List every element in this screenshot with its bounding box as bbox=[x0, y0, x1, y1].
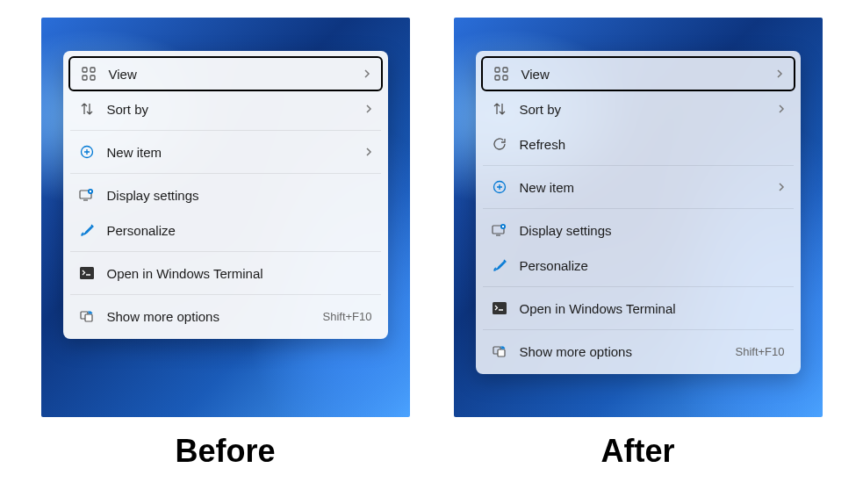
menu-separator bbox=[70, 294, 381, 295]
menu-item-label: Display settings bbox=[107, 188, 372, 203]
menu-item-shortcut: Shift+F10 bbox=[322, 310, 371, 323]
display-gear-icon bbox=[79, 187, 95, 203]
svg-rect-3 bbox=[90, 76, 95, 80]
chevron-right-icon bbox=[778, 104, 785, 114]
chevron-right-icon bbox=[363, 68, 370, 79]
chevron-right-icon bbox=[778, 182, 785, 192]
svg-rect-14 bbox=[503, 76, 507, 80]
watermark-house-icon bbox=[777, 479, 798, 497]
refresh-icon bbox=[492, 136, 507, 152]
menu-item-show-more-options[interactable]: Show more optionsShift+F10 bbox=[481, 334, 795, 369]
context-menu-after: ViewSort byRefreshNew itemDisplay settin… bbox=[476, 51, 801, 374]
menu-item-view[interactable]: View bbox=[68, 56, 383, 91]
menu-item-display-settings[interactable]: Display settings bbox=[481, 212, 795, 248]
menu-separator bbox=[70, 173, 381, 174]
menu-separator bbox=[483, 165, 794, 166]
menu-item-label: Sort by bbox=[520, 102, 778, 117]
menu-item-sort-by[interactable]: Sort by bbox=[68, 91, 383, 126]
plus-circle-icon bbox=[79, 144, 95, 160]
menu-item-label: New item bbox=[520, 180, 778, 195]
menu-item-show-more-options[interactable]: Show more optionsShift+F10 bbox=[68, 299, 383, 334]
brush-icon bbox=[79, 222, 95, 238]
menu-item-label: View bbox=[109, 67, 363, 82]
menu-item-open-in-windows-terminal[interactable]: Open in Windows Terminal bbox=[481, 291, 795, 326]
menu-separator bbox=[483, 329, 794, 330]
before-panel: ViewSort byNew itemDisplay settingsPerso… bbox=[41, 18, 410, 470]
terminal-icon bbox=[492, 300, 507, 316]
svg-rect-2 bbox=[83, 76, 87, 80]
menu-item-refresh[interactable]: Refresh bbox=[481, 126, 795, 162]
menu-item-label: Show more options bbox=[107, 309, 323, 324]
menu-item-label: Open in Windows Terminal bbox=[520, 301, 785, 316]
svg-rect-13 bbox=[495, 76, 500, 80]
chevron-right-icon bbox=[365, 147, 372, 157]
menu-item-personalize[interactable]: Personalize bbox=[68, 212, 383, 248]
comparison-container: ViewSort byNew itemDisplay settingsPerso… bbox=[0, 0, 863, 487]
menu-item-label: View bbox=[521, 67, 776, 82]
before-caption: Before bbox=[175, 433, 275, 470]
menu-item-label: Personalize bbox=[107, 223, 372, 238]
chevron-right-icon bbox=[365, 104, 372, 114]
menu-item-label: Show more options bbox=[520, 344, 736, 359]
menu-item-new-item[interactable]: New item bbox=[481, 169, 795, 205]
menu-item-label: Refresh bbox=[520, 137, 785, 152]
desktop-wallpaper-before: ViewSort byNew itemDisplay settingsPerso… bbox=[41, 18, 410, 417]
context-menu-before: ViewSort byNew itemDisplay settingsPerso… bbox=[63, 51, 388, 339]
desktop-wallpaper-after: ViewSort byRefreshNew itemDisplay settin… bbox=[454, 18, 823, 417]
svg-point-7 bbox=[89, 191, 90, 192]
more-options-icon bbox=[492, 343, 507, 359]
svg-rect-0 bbox=[83, 68, 87, 72]
watermark: 系统之家 bbox=[777, 479, 852, 497]
after-caption: After bbox=[601, 433, 674, 470]
menu-item-label: Open in Windows Terminal bbox=[107, 266, 372, 281]
menu-item-shortcut: Shift+F10 bbox=[735, 345, 784, 358]
svg-rect-21 bbox=[498, 349, 505, 356]
svg-rect-11 bbox=[495, 68, 500, 72]
sort-icon bbox=[79, 101, 95, 117]
svg-rect-8 bbox=[80, 267, 94, 279]
grid-icon bbox=[81, 66, 97, 82]
terminal-icon bbox=[79, 265, 95, 281]
more-options-icon bbox=[79, 308, 95, 324]
menu-item-sort-by[interactable]: Sort by bbox=[481, 91, 795, 126]
svg-rect-12 bbox=[503, 68, 507, 72]
brush-icon bbox=[492, 257, 507, 273]
grid-icon bbox=[493, 66, 509, 82]
chevron-right-icon bbox=[776, 68, 783, 79]
menu-item-label: New item bbox=[107, 145, 365, 160]
menu-separator bbox=[70, 130, 381, 131]
menu-item-open-in-windows-terminal[interactable]: Open in Windows Terminal bbox=[68, 256, 383, 291]
menu-item-view[interactable]: View bbox=[481, 56, 795, 91]
svg-rect-1 bbox=[90, 68, 95, 72]
menu-item-label: Sort by bbox=[107, 102, 365, 117]
menu-separator bbox=[483, 208, 794, 209]
menu-separator bbox=[483, 286, 794, 287]
menu-item-new-item[interactable]: New item bbox=[68, 134, 383, 169]
after-panel: ViewSort byRefreshNew itemDisplay settin… bbox=[454, 18, 823, 470]
svg-rect-19 bbox=[493, 302, 507, 314]
menu-item-label: Personalize bbox=[520, 258, 785, 273]
sort-icon bbox=[492, 101, 507, 117]
menu-item-personalize[interactable]: Personalize bbox=[481, 248, 795, 283]
menu-item-display-settings[interactable]: Display settings bbox=[68, 177, 383, 212]
menu-item-label: Display settings bbox=[520, 223, 785, 238]
plus-circle-icon bbox=[492, 179, 507, 195]
watermark-text: 系统之家 bbox=[803, 480, 852, 496]
menu-separator bbox=[70, 251, 381, 252]
display-gear-icon bbox=[492, 222, 507, 238]
svg-rect-10 bbox=[85, 314, 92, 321]
svg-point-18 bbox=[501, 226, 503, 227]
